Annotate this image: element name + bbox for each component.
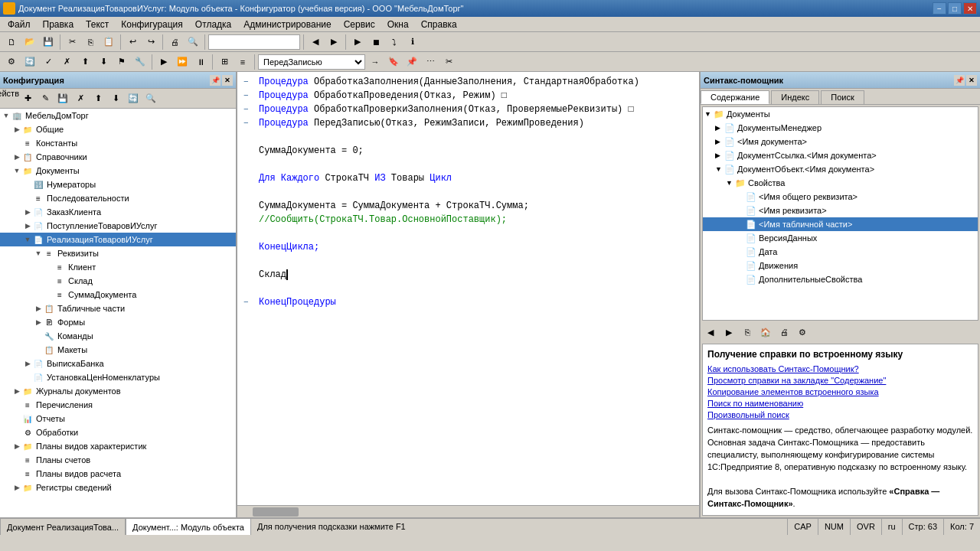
- code-line-9[interactable]: СуммаДокумента = СуммаДокумента + Строка…: [240, 199, 696, 213]
- tree-filter-btn[interactable]: 🔍: [142, 90, 159, 107]
- syntax-tree-item-0[interactable]: ▼ 📁 Документы: [703, 107, 978, 121]
- menu-file[interactable]: Файл: [2, 18, 37, 31]
- code-line-12[interactable]: КонецЦикла;: [240, 240, 696, 254]
- tree-expand-postup[interactable]: ▶: [23, 221, 32, 230]
- info-link-4[interactable]: Произвольный поиск: [707, 410, 973, 419]
- panel-pin-btn[interactable]: 📌: [210, 75, 220, 86]
- tree-item-klient[interactable]: ≡ Клиент: [0, 260, 236, 274]
- code-line-2[interactable]: −Процедура ОбработкаПроверкиЗаполнения(О…: [240, 103, 696, 116]
- tree-item-enums[interactable]: ≡ Перечисления: [0, 398, 236, 412]
- syntax-tree-item-7[interactable]: 📄 <Имя реквизита>: [703, 204, 978, 217]
- tree-item-common[interactable]: ▶ 📁 Общие: [0, 122, 236, 136]
- syntax-expand-5[interactable]: ▼: [726, 179, 735, 187]
- tree-item-forms[interactable]: ▶ 🖹 Формы: [0, 315, 236, 329]
- tree-item-process[interactable]: ⚙ Обработки: [0, 425, 236, 439]
- syn-prev-btn[interactable]: ◀: [702, 324, 719, 341]
- syntax-tree-item-8[interactable]: 📄 <Имя табличной части>: [703, 217, 978, 231]
- info-link-3[interactable]: Поиск по наименованию: [707, 399, 973, 408]
- panel-close-btn[interactable]: ✕: [222, 75, 233, 86]
- tree-item-ustcen[interactable]: 📄 УстановкаЦенНоменклатуры: [0, 370, 236, 384]
- tree-expand-common[interactable]: ▶: [12, 125, 21, 134]
- tree-item-const[interactable]: ≡ Константы: [0, 136, 236, 150]
- goto-btn[interactable]: →: [367, 54, 384, 70]
- config-btn[interactable]: ⚙: [3, 54, 20, 70]
- tree-item-plansch[interactable]: ≡ Планы счетов: [0, 453, 236, 467]
- line-marker-2[interactable]: −: [243, 103, 259, 116]
- status-tab-0[interactable]: Документ РеализацияТова...: [0, 518, 126, 535]
- code-line-16[interactable]: −КонецПроцедуры: [240, 295, 696, 309]
- horizontal-scrollbar[interactable]: [237, 505, 699, 517]
- tree-item-journals[interactable]: ▶ 📁 Журналы документов: [0, 384, 236, 398]
- tree-item-sklad[interactable]: ≡ Склад: [0, 274, 236, 288]
- redo-btn[interactable]: ↪: [142, 34, 159, 51]
- config5-btn[interactable]: ⬆: [77, 54, 93, 70]
- tree-up-btn[interactable]: ⬆: [90, 90, 106, 107]
- syntax-tree-item-12[interactable]: 📄 ДополнительныеСвойства: [703, 272, 978, 286]
- bkmk2-btn[interactable]: 📌: [403, 54, 420, 70]
- syn-settings-btn[interactable]: ⚙: [794, 324, 811, 341]
- fwd-btn[interactable]: ▶: [325, 34, 342, 51]
- syntax-expand-3[interactable]: ▶: [715, 152, 724, 159]
- tab-search[interactable]: Поиск: [821, 90, 864, 104]
- tree-expand-journals[interactable]: ▶: [12, 386, 21, 396]
- code-line-14[interactable]: Склад: [240, 268, 696, 282]
- code-line-11[interactable]: [240, 227, 696, 240]
- code-line-13[interactable]: [240, 254, 696, 268]
- bkmk4-btn[interactable]: ✂: [440, 54, 457, 70]
- obj2-btn[interactable]: ≡: [234, 54, 251, 70]
- info-btn[interactable]: ℹ: [404, 34, 421, 51]
- tree-item-reports[interactable]: 📊 Отчеты: [0, 412, 236, 425]
- syntax-tree-item-9[interactable]: 📄 ВерсияДанных: [703, 231, 978, 245]
- tree-expand-forms[interactable]: ▶: [34, 318, 43, 327]
- tree-expand-docs[interactable]: ▼: [12, 166, 21, 175]
- maximize-button[interactable]: □: [948, 2, 962, 15]
- syntax-tree-item-3[interactable]: ▶ 📄 ДокументСсылка.<Имя документа>: [703, 148, 978, 162]
- code-line-7[interactable]: Для Каждого СтрокаТЧ ИЗ Товары Цикл: [240, 171, 696, 185]
- tree-item-seqs[interactable]: ≡ Последовательности: [0, 191, 236, 205]
- tree-item-makets[interactable]: 📋 Макеты: [0, 343, 236, 357]
- debug2-btn[interactable]: ⏩: [174, 54, 191, 70]
- info-link-1[interactable]: Просмотр справки на закладке "Содержание…: [707, 376, 973, 385]
- info-link-0[interactable]: Как использовать Синтакс-Помощник?: [707, 364, 973, 373]
- tree-expand-tparts[interactable]: ▶: [34, 304, 43, 313]
- tree-item-ref[interactable]: ▶ 📋 Справочники: [0, 150, 236, 164]
- config3-btn[interactable]: ✓: [40, 54, 57, 70]
- tree-expand-realiz[interactable]: ▼: [23, 235, 32, 244]
- tree-expand-zakaz[interactable]: ▶: [23, 207, 32, 217]
- status-tab-1[interactable]: Документ...: Модуль объекта: [126, 518, 251, 535]
- tree-save-btn[interactable]: 💾: [54, 90, 71, 107]
- code-line-4[interactable]: [240, 130, 696, 144]
- close-button[interactable]: ✕: [963, 2, 977, 15]
- line-marker-16[interactable]: −: [243, 295, 259, 309]
- config8-btn[interactable]: 🔧: [132, 54, 149, 70]
- tree-item-planvidr[interactable]: ≡ Планы видов расчета: [0, 467, 236, 481]
- syntax-tree-item-2[interactable]: ▶ 📄 <Имя документа>: [703, 135, 978, 148]
- tree-expand-planvid[interactable]: ▶: [12, 442, 21, 451]
- syntax-tree-item-6[interactable]: 📄 <Имя общего реквизита>: [703, 190, 978, 204]
- tree-refresh-btn[interactable]: 🔄: [125, 90, 142, 107]
- line-marker-3[interactable]: −: [243, 116, 259, 130]
- menu-text[interactable]: Текст: [80, 18, 115, 31]
- tree-expand-ref[interactable]: ▶: [12, 152, 21, 161]
- line-marker-1[interactable]: −: [243, 89, 259, 103]
- step-btn[interactable]: ⤵: [386, 34, 403, 51]
- back-btn[interactable]: ◀: [307, 34, 324, 51]
- tree-expand-regsved[interactable]: ▶: [12, 483, 21, 492]
- tree-edit-btn[interactable]: ✎: [37, 90, 54, 107]
- syn-copy-btn[interactable]: ⎘: [739, 324, 756, 341]
- syntax-tree-item-1[interactable]: ▶ 📄 ДокументыМенеджер: [703, 121, 978, 135]
- bkmk3-btn[interactable]: ⋯: [422, 54, 439, 70]
- print-btn[interactable]: 🖨: [166, 34, 183, 51]
- menu-windows[interactable]: Окна: [381, 18, 415, 31]
- code-line-15[interactable]: [240, 282, 696, 295]
- syntax-expand-0[interactable]: ▼: [704, 110, 714, 118]
- new-btn[interactable]: 🗋: [3, 34, 20, 51]
- code-line-5[interactable]: СуммаДокумента = 0;: [240, 144, 696, 158]
- code-line-8[interactable]: [240, 185, 696, 199]
- menu-config[interactable]: Конфигурация: [115, 18, 189, 31]
- syntax-tree-item-11[interactable]: 📄 Движения: [703, 259, 978, 272]
- stop-btn[interactable]: ⏹: [368, 34, 384, 51]
- syntax-close-btn[interactable]: ✕: [966, 75, 977, 86]
- minimize-button[interactable]: −: [933, 2, 946, 15]
- tree-item-numers[interactable]: 🔢 Нумераторы: [0, 178, 236, 191]
